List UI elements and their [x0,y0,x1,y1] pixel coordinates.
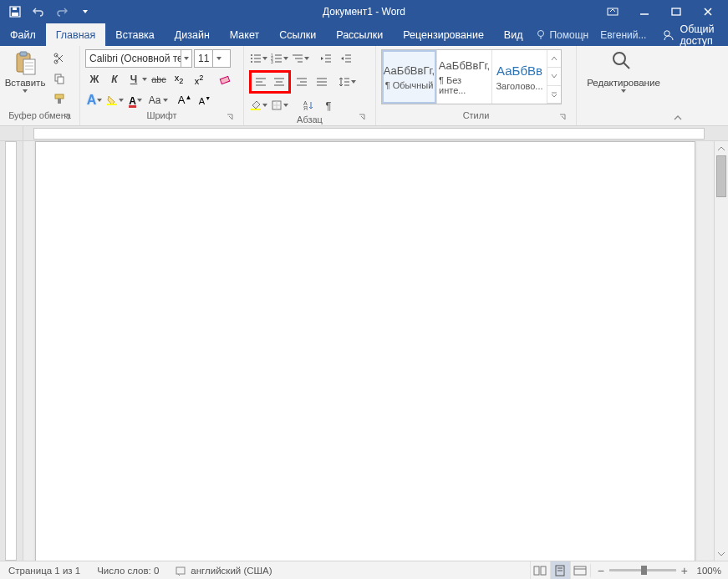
save-icon[interactable] [8,5,22,18]
share-button[interactable]: Общий доступ [654,23,725,46]
styles-gallery[interactable]: АаБбВвГг, ¶ Обычный АаБбВвГг, ¶ Без инте… [381,49,562,104]
print-layout-button[interactable] [550,561,570,579]
zoom-in-button[interactable]: + [681,564,688,577]
numbering-button[interactable]: 123 [270,49,289,68]
redo-icon[interactable] [55,5,69,18]
scroll-thumb[interactable] [716,155,726,197]
gallery-up-icon[interactable] [547,50,561,68]
sort-button[interactable]: AЯ [299,96,318,114]
svg-rect-10 [20,52,27,56]
tab-design[interactable]: Дизайн [165,23,220,46]
gallery-more-icon[interactable] [547,86,561,104]
superscript-button[interactable]: x2 [190,70,208,89]
scroll-down-icon[interactable] [715,546,728,561]
grow-font-button[interactable]: A▲ [176,91,194,109]
style-normal[interactable]: АаБбВвГг, ¶ Обычный [382,50,437,104]
status-page[interactable]: Страница 1 из 1 [0,561,89,579]
dialog-launcher-icon[interactable] [227,114,237,124]
tell-me[interactable]: Помощн [532,29,592,41]
eraser-icon [219,74,232,85]
paste-icon [12,49,38,76]
align-center-button[interactable] [270,73,288,91]
svg-line-67 [624,63,629,69]
highlight-button[interactable] [105,91,125,109]
dialog-launcher-icon[interactable] [63,114,73,124]
font-color-button[interactable]: A [126,91,145,109]
dialog-launcher-icon[interactable] [559,114,569,124]
read-mode-button[interactable] [530,561,550,579]
tab-references[interactable]: Ссылки [269,23,326,46]
group-font: Calibri (Основной тек 11 Ж К Ч abc x2 x2… [80,46,244,125]
text-effects-button[interactable]: A [85,91,104,109]
status-language[interactable]: английский (США) [167,561,280,579]
close-icon[interactable] [700,3,716,20]
minimize-icon[interactable] [636,3,653,20]
copy-button[interactable] [50,69,69,88]
zoom-level[interactable]: 100% [693,566,721,576]
gallery-down-icon[interactable] [547,68,561,85]
vertical-scrollbar[interactable] [714,141,728,561]
multilevel-list-button[interactable] [291,49,310,68]
svg-rect-70 [541,566,546,575]
align-left-button[interactable] [252,73,270,91]
group-clipboard: Вставить Буфер обмена [0,46,80,125]
paint-bucket-icon [250,99,262,111]
decrease-indent-button[interactable] [317,49,335,68]
ribbon-options-icon[interactable] [604,3,621,20]
account-name[interactable]: Евгений... [597,29,649,41]
svg-rect-19 [55,94,64,99]
tab-home[interactable]: Главная [46,23,106,46]
strikethrough-button[interactable]: abc [150,70,168,89]
editing-button[interactable]: Редактирование [586,49,661,93]
tab-review[interactable]: Рецензирование [393,23,494,46]
qat-customize-icon[interactable] [79,5,92,18]
format-painter-button[interactable] [50,89,69,108]
bullets-button[interactable] [249,49,268,68]
tab-view[interactable]: Вид [494,23,533,46]
increase-indent-button[interactable] [337,49,355,68]
page[interactable] [35,141,695,561]
paste-button[interactable]: Вставить [5,49,45,93]
tab-file[interactable]: Файл [0,23,46,46]
cut-button[interactable] [50,49,69,68]
font-size-combo[interactable]: 11 [194,49,231,68]
subscript-button[interactable]: x2 [170,70,188,89]
vertical-ruler[interactable] [0,141,23,561]
underline-button[interactable]: Ч [125,70,148,89]
line-spacing-button[interactable] [338,73,357,91]
numbering-icon: 123 [271,53,283,63]
align-right-button[interactable] [293,73,311,91]
change-case-button[interactable]: Aa [146,91,169,109]
tab-layout[interactable]: Макет [220,23,269,46]
tab-mailings[interactable]: Рассылки [326,23,393,46]
scroll-up-icon[interactable] [715,141,728,155]
window-controls [604,3,728,20]
svg-rect-68 [176,567,185,574]
style-no-spacing[interactable]: АаБбВвГг, ¶ Без инте... [437,50,492,104]
zoom-out-button[interactable]: − [598,564,604,577]
borders-icon [271,99,283,111]
collapse-ribbon-icon[interactable] [673,114,683,122]
borders-button[interactable] [270,96,289,114]
document-area[interactable] [23,141,714,561]
justify-button[interactable] [313,73,331,91]
zoom-slider[interactable] [609,569,676,571]
shrink-font-button[interactable]: A▼ [196,91,214,109]
clear-formatting-button[interactable] [216,70,235,89]
bullets-icon [250,53,262,63]
web-layout-button[interactable] [570,561,590,579]
dialog-launcher-icon[interactable] [359,114,369,124]
undo-icon[interactable] [32,5,45,18]
show-marks-button[interactable]: ¶ [319,96,338,114]
italic-button[interactable]: К [105,70,124,89]
tab-insert[interactable]: Вставка [105,23,164,46]
horizontal-ruler[interactable] [0,126,728,141]
shading-button[interactable] [249,96,268,114]
status-words[interactable]: Число слов: 0 [89,561,167,579]
align-center-icon [273,77,285,87]
style-heading1[interactable]: АаБбВв Заголово... [492,50,547,104]
font-name-combo[interactable]: Calibri (Основной тек [85,49,192,68]
maximize-icon[interactable] [668,3,685,20]
bold-button[interactable]: Ж [85,70,104,89]
scissors-icon [53,53,65,64]
